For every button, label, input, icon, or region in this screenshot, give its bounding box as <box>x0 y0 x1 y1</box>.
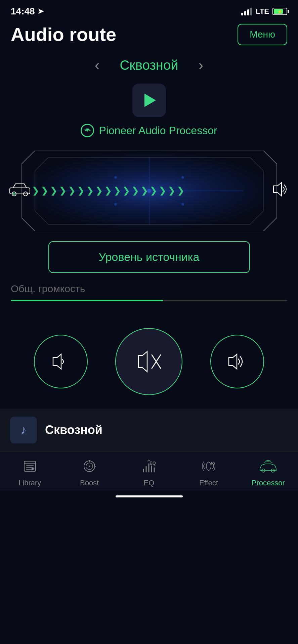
speaker-icon <box>270 181 290 201</box>
status-left: 14:48 ➤ <box>11 6 44 17</box>
track-bar: ♪ Сквозной <box>0 409 298 451</box>
svg-marker-20 <box>138 352 147 372</box>
volume-bar-track[interactable] <box>11 300 287 301</box>
header: Audio route Меню <box>0 20 298 53</box>
signal-bars <box>241 8 252 15</box>
volume-buttons <box>0 325 298 405</box>
volume-label: Общ. громкость <box>11 283 287 294</box>
svg-text:EQ: EQ <box>150 461 156 466</box>
play-triangle-icon <box>144 94 156 107</box>
prev-route-button[interactable]: ‹ <box>95 57 100 73</box>
volume-section: Общ. громкость <box>0 283 298 325</box>
track-thumbnail: ♪ <box>10 417 37 443</box>
nav-item-eq[interactable]: EQ EQ <box>119 459 179 487</box>
battery-icon: ⚡ <box>272 8 287 15</box>
lte-label: LTE <box>256 7 269 16</box>
nav-item-library[interactable]: Library <box>0 459 59 487</box>
processor-icon <box>259 459 278 475</box>
play-section: Pioneer Audio Processor <box>0 80 298 147</box>
volume-low-button[interactable] <box>34 335 88 388</box>
next-route-button[interactable]: › <box>199 57 204 73</box>
eq-label: EQ <box>144 479 155 487</box>
pioneer-text: Pioneer Audio Processor <box>99 124 217 137</box>
arrows-strip: ❯ ❯ ❯ ❯ ❯ ❯ ❯ ❯ ❯ ❯ ❯ ❯ ❯ ❯ ❯ ❯ ❯ <box>32 186 267 196</box>
nav-item-effect[interactable]: Fx Effect <box>179 459 238 487</box>
volume-high-icon <box>225 352 249 372</box>
bottom-nav: Library Boost EQ <box>0 451 298 491</box>
svg-marker-19 <box>53 354 61 369</box>
boost-label: Boost <box>80 479 99 487</box>
home-indicator <box>116 495 183 497</box>
status-bar: 14:48 ➤ LTE ⚡ <box>0 0 298 20</box>
effect-icon: Fx <box>201 459 216 475</box>
menu-button[interactable]: Меню <box>238 24 287 45</box>
location-icon: ➤ <box>38 7 44 16</box>
route-selector: ‹ Сквозной › <box>0 53 298 80</box>
track-name: Сквозной <box>45 423 102 437</box>
nav-item-processor[interactable]: Processor <box>239 459 298 487</box>
volume-low-icon <box>49 352 73 372</box>
source-level-button[interactable]: Уровень источника <box>48 241 250 273</box>
time-label: 14:48 <box>11 6 35 17</box>
pioneer-label: Pioneer Audio Processor <box>81 124 217 137</box>
library-label: Library <box>18 479 41 487</box>
eq-icon: EQ <box>141 459 157 475</box>
volume-high-button[interactable] <box>210 335 264 388</box>
car-icon <box>8 180 32 201</box>
mute-button[interactable] <box>115 328 182 395</box>
library-icon <box>22 459 38 475</box>
svg-text:Fx: Fx <box>211 461 216 465</box>
boost-icon <box>82 459 97 475</box>
battery-bolt: ⚡ <box>277 9 283 14</box>
status-right: LTE ⚡ <box>241 7 287 16</box>
route-name: Сквозной <box>120 58 178 73</box>
music-note-icon: ♪ <box>20 423 27 437</box>
mute-icon <box>134 348 164 375</box>
volume-bar-fill <box>11 300 163 301</box>
svg-marker-23 <box>229 354 237 369</box>
play-button[interactable] <box>132 84 166 117</box>
svg-marker-17 <box>13 194 15 195</box>
page-title: Audio route <box>11 23 116 45</box>
svg-rect-13 <box>10 188 30 194</box>
pioneer-wifi-icon <box>81 124 94 137</box>
svg-point-0 <box>86 129 88 131</box>
nav-item-boost[interactable]: Boost <box>59 459 119 487</box>
processor-label: Processor <box>252 479 285 487</box>
svg-marker-18 <box>273 182 282 196</box>
effect-label: Effect <box>199 479 218 487</box>
audio-visual: ❯ ❯ ❯ ❯ ❯ ❯ ❯ ❯ ❯ ❯ ❯ ❯ ❯ ❯ ❯ ❯ ❯ <box>11 151 287 231</box>
